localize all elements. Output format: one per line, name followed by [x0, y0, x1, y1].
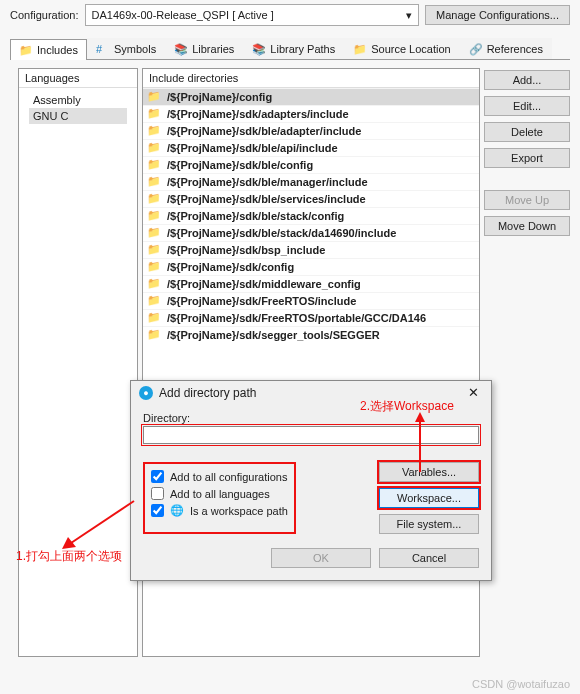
include-dir-row[interactable]: 📁/${ProjName}/sdk/ble/config [143, 156, 479, 173]
include-dir-row[interactable]: 📁/${ProjName}/sdk/ble/adapter/include [143, 122, 479, 139]
include-dir-row[interactable]: 📁/${ProjName}/sdk/config [143, 258, 479, 275]
include-dir-text: /${ProjName}/sdk/ble/manager/include [167, 176, 368, 188]
include-dir-row[interactable]: 📁/${ProjName}/sdk/ble/api/include [143, 139, 479, 156]
tab-source-location[interactable]: 📁 Source Location [344, 38, 460, 59]
languages-list[interactable]: Assembly GNU C [19, 88, 137, 656]
include-dir-text: /${ProjName}/sdk/adapters/include [167, 108, 349, 120]
include-dir-text: /${ProjName}/sdk/ble/api/include [167, 142, 338, 154]
include-dir-row[interactable]: 📁/${ProjName}/sdk/bsp_include [143, 241, 479, 258]
include-header: Include directories [143, 69, 479, 88]
move-up-button[interactable]: Move Up [484, 190, 570, 210]
folder-icon: 📁 [147, 175, 163, 189]
include-dir-text: /${ProjName}/sdk/ble/services/include [167, 193, 366, 205]
cancel-button[interactable]: Cancel [379, 548, 479, 568]
dialog-title-text: Add directory path [159, 386, 256, 400]
folder-icon: 📁 [147, 328, 163, 342]
include-dir-row[interactable]: 📁/${ProjName}/sdk/segger_tools/SEGGER [143, 326, 479, 343]
include-dir-text: /${ProjName}/config [167, 91, 272, 103]
add-button[interactable]: Add... [484, 70, 570, 90]
include-dir-row[interactable]: 📁/${ProjName}/sdk/ble/services/include [143, 190, 479, 207]
include-dir-row[interactable]: 📁/${ProjName}/sdk/FreeRTOS/include [143, 292, 479, 309]
folder-icon: 📁 [147, 124, 163, 138]
include-dir-text: /${ProjName}/sdk/FreeRTOS/portable/GCC/D… [167, 312, 426, 324]
annotation-2: 2.选择Workspace [360, 398, 454, 415]
workspace-button[interactable]: Workspace... [379, 488, 479, 508]
folder-icon: 📁 [147, 226, 163, 240]
include-dir-row[interactable]: 📁/${ProjName}/config [143, 88, 479, 105]
folder-icon: 📁 [147, 107, 163, 121]
edit-button[interactable]: Edit... [484, 96, 570, 116]
include-dir-text: /${ProjName}/sdk/ble/adapter/include [167, 125, 361, 137]
move-down-button[interactable]: Move Down [484, 216, 570, 236]
config-value: DA1469x-00-Release_QSPI [ Active ] [92, 9, 274, 21]
include-dir-text: /${ProjName}/sdk/bsp_include [167, 244, 325, 256]
folder-icon: 📁 [147, 260, 163, 274]
folder-icon: 📁 [147, 141, 163, 155]
include-dir-text: /${ProjName}/sdk/FreeRTOS/include [167, 295, 356, 307]
include-dir-text: /${ProjName}/sdk/config [167, 261, 294, 273]
folder-icon: 📁 [147, 192, 163, 206]
include-dir-row[interactable]: 📁/${ProjName}/sdk/middleware_config [143, 275, 479, 292]
tab-includes[interactable]: 📁 Includes [10, 39, 87, 60]
folder-icon: 📁 [147, 294, 163, 308]
svg-line-2 [68, 501, 134, 545]
folder-icon: 📁 [147, 311, 163, 325]
workspace-path-icon: 🌐 [170, 504, 184, 517]
languages-header: Languages [19, 69, 137, 88]
folder-icon: 📁 [147, 243, 163, 257]
include-dir-text: /${ProjName}/sdk/segger_tools/SEGGER [167, 329, 380, 341]
checkbox-group: Add to all configurations Add to all lan… [143, 462, 296, 534]
folder-icon: 📁 [147, 209, 163, 223]
include-dir-text: /${ProjName}/sdk/ble/stack/da14690/inclu… [167, 227, 396, 239]
hash-icon: # [96, 43, 110, 55]
source-icon: 📁 [353, 43, 367, 55]
include-dir-row[interactable]: 📁/${ProjName}/sdk/adapters/include [143, 105, 479, 122]
folder-icon: 📁 [19, 44, 33, 56]
folder-icon: 📁 [147, 277, 163, 291]
lang-item-assembly[interactable]: Assembly [29, 92, 127, 108]
book-icon: 📚 [174, 43, 188, 55]
include-dir-row[interactable]: 📁/${ProjName}/sdk/FreeRTOS/portable/GCC/… [143, 309, 479, 326]
reference-icon: 🔗 [469, 43, 483, 55]
tab-libraries[interactable]: 📚 Libraries [165, 38, 243, 59]
tab-symbols[interactable]: # Symbols [87, 38, 165, 59]
side-buttons: Add... Edit... Delete Export Move Up Mov… [484, 68, 570, 657]
include-dir-text: /${ProjName}/sdk/ble/stack/config [167, 210, 344, 222]
close-icon[interactable]: ✕ [464, 385, 483, 400]
config-label: Configuration: [10, 9, 79, 21]
export-button[interactable]: Export [484, 148, 570, 168]
folder-icon: 📁 [147, 158, 163, 172]
config-dropdown[interactable]: DA1469x-00-Release_QSPI [ Active ] ▾ [85, 4, 420, 26]
manage-config-button[interactable]: Manage Configurations... [425, 5, 570, 25]
include-dir-row[interactable]: 📁/${ProjName}/sdk/ble/stack/config [143, 207, 479, 224]
chk-all-config[interactable]: Add to all configurations [151, 468, 288, 485]
ok-button[interactable]: OK [271, 548, 371, 568]
include-dir-row[interactable]: 📁/${ProjName}/sdk/ble/stack/da14690/incl… [143, 224, 479, 241]
book-path-icon: 📚 [252, 43, 266, 55]
arrow-icon-1 [60, 495, 140, 555]
chk-all-lang[interactable]: Add to all languages [151, 485, 288, 502]
tab-library-paths[interactable]: 📚 Library Paths [243, 38, 344, 59]
chevron-down-icon: ▾ [406, 9, 412, 22]
arrow-icon-2 [410, 412, 430, 476]
include-dir-row[interactable]: 📁/${ProjName}/sdk/ble/manager/include [143, 173, 479, 190]
tab-bar: 📁 Includes # Symbols 📚 Libraries 📚 Libra… [10, 38, 570, 60]
include-dir-text: /${ProjName}/sdk/ble/config [167, 159, 313, 171]
dialog-icon: ● [139, 386, 153, 400]
chk-workspace-path[interactable]: 🌐 Is a workspace path [151, 502, 288, 519]
include-dir-text: /${ProjName}/sdk/middleware_config [167, 278, 361, 290]
lang-item-gnuc[interactable]: GNU C [29, 108, 127, 124]
tab-references[interactable]: 🔗 References [460, 38, 552, 59]
delete-button[interactable]: Delete [484, 122, 570, 142]
folder-icon: 📁 [147, 90, 163, 104]
annotation-1: 1.打勾上面两个选项 [16, 548, 122, 565]
languages-panel: Languages Assembly GNU C [18, 68, 138, 657]
filesystem-button[interactable]: File system... [379, 514, 479, 534]
watermark: CSDN @wotaifuzao [472, 678, 570, 690]
